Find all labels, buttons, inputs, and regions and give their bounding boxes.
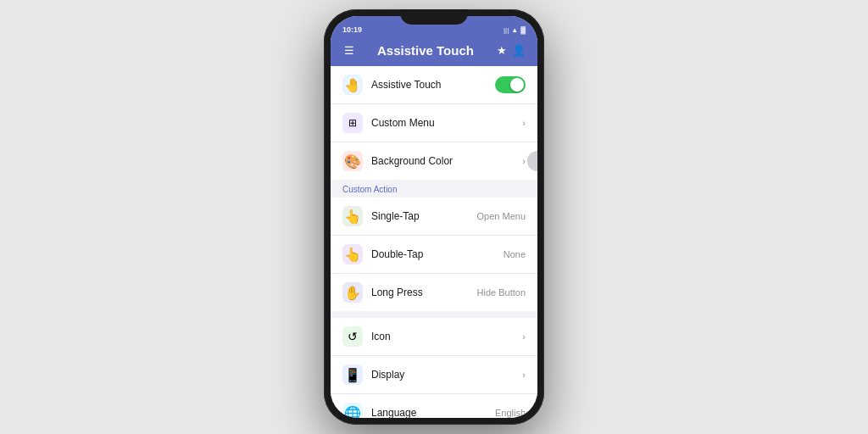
list-item[interactable]: 👆 Double-Tap None [331, 236, 537, 274]
icon-chevron: › [522, 331, 526, 342]
phone-frame: 10:19 ||| ▲ ▓ ☰ Assistive Touch ★ 👤 🤚 As… [324, 9, 544, 425]
icon-icon: ↺ [342, 326, 363, 347]
status-time: 10:19 [342, 25, 362, 34]
display-label: Display [371, 369, 522, 381]
custom-menu-chevron: › [522, 118, 526, 128]
custom-menu-icon: ⊞ [342, 113, 363, 133]
floating-button [527, 151, 537, 171]
signal-icon: ||| [504, 26, 509, 34]
custom-menu-label: Custom Menu [371, 117, 522, 129]
menu-icon[interactable]: ☰ [341, 44, 358, 57]
assistive-touch-label: Assistive Touch [371, 79, 495, 91]
double-tap-value: None [504, 249, 526, 259]
star-icon[interactable]: ★ [493, 44, 510, 57]
app-header: ☰ Assistive Touch ★ 👤 [331, 36, 537, 66]
header-title: Assistive Touch [358, 43, 493, 58]
phone-screen: 10:19 ||| ▲ ▓ ☰ Assistive Touch ★ 👤 🤚 As… [331, 16, 537, 418]
list-item[interactable]: 🤚 Assistive Touch [331, 66, 537, 104]
list-item[interactable]: ⊞ Custom Menu › [331, 104, 537, 142]
display-icon: 📱 [342, 364, 363, 385]
list-item[interactable]: ↺ Icon › [331, 318, 537, 356]
background-color-label: Background Color [371, 155, 522, 167]
list-item[interactable]: 🌐 Language English [331, 394, 537, 418]
display-chevron: › [522, 370, 526, 380]
language-icon: 🌐 [342, 403, 363, 418]
double-tap-icon: 👆 [342, 244, 363, 264]
content-area: 🤚 Assistive Touch ⊞ Custom Menu › 🎨 Back… [331, 66, 537, 418]
single-tap-value: Open Menu [477, 211, 526, 221]
custom-action-section: 👆 Single-Tap Open Menu 👆 Double-Tap None… [331, 198, 537, 311]
people-icon[interactable]: 👤 [510, 44, 527, 57]
phone-notch [400, 9, 468, 25]
list-item[interactable]: 👆 Single-Tap Open Menu [331, 198, 537, 236]
language-label: Language [371, 407, 495, 418]
top-section: 🤚 Assistive Touch ⊞ Custom Menu › 🎨 Back… [331, 66, 537, 180]
list-item[interactable]: 🎨 Background Color › [331, 142, 537, 180]
bottom-section: ↺ Icon › 📱 Display › 🌐 Language English … [331, 318, 537, 418]
single-tap-label: Single-Tap [371, 210, 477, 222]
long-press-value: Hide Button [477, 287, 526, 298]
divider [331, 311, 537, 318]
assistive-touch-icon: 🤚 [342, 75, 363, 95]
list-item[interactable]: 📱 Display › [331, 356, 537, 394]
assistive-touch-toggle[interactable] [495, 76, 526, 93]
language-value: English [495, 408, 526, 418]
icon-label: Icon [371, 331, 522, 342]
double-tap-label: Double-Tap [371, 248, 504, 260]
status-icons: ||| ▲ ▓ [504, 26, 526, 34]
single-tap-icon: 👆 [342, 206, 363, 226]
wifi-icon: ▲ [511, 26, 518, 34]
long-press-label: Long Press [371, 287, 477, 298]
long-press-icon: ✋ [342, 282, 363, 303]
background-color-chevron: › [522, 156, 526, 166]
custom-action-section-label: Custom Action [331, 180, 537, 198]
background-color-icon: 🎨 [342, 151, 363, 171]
list-item[interactable]: ✋ Long Press Hide Button [331, 274, 537, 311]
battery-icon: ▓ [520, 26, 526, 34]
